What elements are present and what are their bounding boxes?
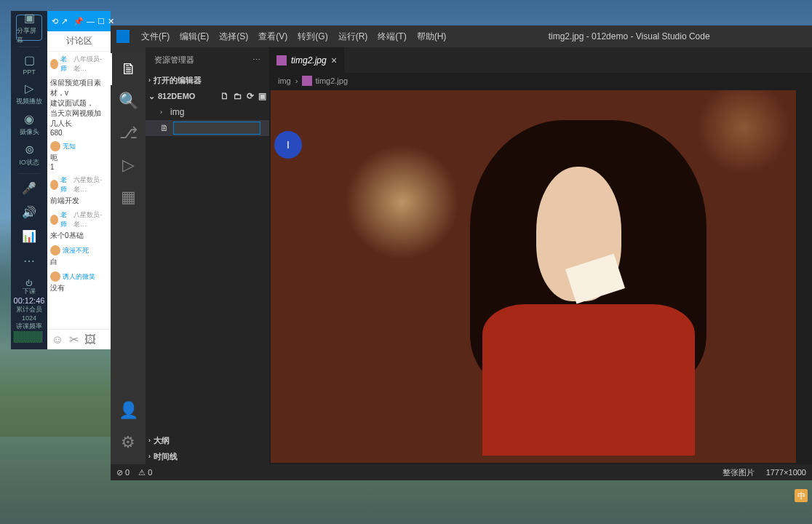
share-screen-button[interactable]: ▣ 分享屏幕 bbox=[16, 15, 42, 41]
editor-tabs: timg2.jpg × bbox=[269, 47, 812, 73]
debug-activity[interactable]: ▷ bbox=[111, 149, 146, 181]
chart-icon: 📊 bbox=[22, 229, 36, 243]
explorer-activity[interactable]: 🗎 bbox=[111, 53, 146, 85]
chat-message: 老师六星数员-老… 前端开发 bbox=[50, 175, 108, 206]
menu-file[interactable]: 文件(F) bbox=[137, 31, 174, 43]
breadcrumb-item[interactable]: timg2.jpg bbox=[302, 76, 348, 86]
account-activity[interactable]: 👤 bbox=[111, 394, 146, 426]
avatar bbox=[50, 59, 58, 69]
menu-select[interactable]: 选择(S) bbox=[215, 31, 252, 43]
vscode-logo-icon bbox=[116, 30, 130, 43]
camera-icon: ◉ bbox=[24, 112, 34, 126]
project-name: 812DEMO bbox=[158, 92, 195, 100]
vscode-titlebar[interactable]: 文件(F) 编辑(E) 选择(S) 查看(V) 转到(G) 运行(R) 终端(T… bbox=[111, 25, 812, 47]
play-icon: ▷ bbox=[25, 82, 33, 95]
share-icon: ▣ bbox=[24, 11, 35, 25]
class-end-button[interactable]: ⏻下课 bbox=[14, 279, 45, 296]
menu-run[interactable]: 运行(R) bbox=[334, 31, 373, 43]
search-activity[interactable]: 🔍 bbox=[111, 85, 146, 117]
elapsed-timer: 00:12:46 bbox=[14, 296, 45, 305]
menu-help[interactable]: 帮助(H) bbox=[413, 31, 451, 43]
refresh-icon[interactable]: ⟳ bbox=[247, 91, 254, 101]
chevron-right-icon: › bbox=[160, 108, 166, 116]
wave-label: 讲课频率 bbox=[14, 322, 45, 331]
timeline-section[interactable]: ›时间线 bbox=[146, 448, 269, 464]
popout-icon[interactable]: ↗ bbox=[61, 17, 68, 26]
menu-terminal[interactable]: 终端(T) bbox=[373, 31, 410, 43]
tab-label: timg2.jpg bbox=[291, 55, 327, 66]
dots-icon: ⋯ bbox=[23, 254, 35, 268]
status-image-size[interactable]: 1777×1000 bbox=[766, 468, 806, 477]
chevron-right-icon: › bbox=[148, 453, 151, 460]
ime-indicator[interactable]: 中 bbox=[795, 489, 808, 502]
io-button[interactable]: ⊚IO状态 bbox=[16, 143, 42, 167]
speaker-icon: 🔊 bbox=[22, 205, 36, 219]
vscode-window: 文件(F) 编辑(E) 选择(S) 查看(V) 转到(G) 运行(R) 终端(T… bbox=[111, 25, 812, 480]
avatar bbox=[50, 245, 60, 255]
chat-message: 老师八年级员-老… bbox=[50, 55, 108, 74]
maximize-button[interactable]: ☐ bbox=[97, 17, 105, 26]
snip-icon[interactable]: ✂ bbox=[69, 333, 79, 346]
project-header[interactable]: ⌄ 812DEMO 🗋 🗀 ⟳ ▣ bbox=[146, 88, 269, 104]
chat-input-toolbar: ☺ ✂ 🖼 bbox=[47, 329, 111, 349]
extensions-activity[interactable]: ▦ bbox=[111, 181, 146, 213]
chat-messages[interactable]: 老师八年级员-老… 保留预览项目素材，v 建议面试题， 当天京网视频加几人长 6… bbox=[47, 52, 111, 329]
explorer-title: 资源管理器 bbox=[154, 55, 194, 66]
pin-icon[interactable]: 📌 bbox=[73, 17, 84, 26]
brush-button[interactable]: 📊 bbox=[16, 228, 42, 246]
more-button[interactable]: ⋯ bbox=[16, 253, 42, 271]
chevron-right-icon: › bbox=[148, 437, 151, 444]
editor-tab[interactable]: timg2.jpg × bbox=[269, 47, 345, 73]
menu-view[interactable]: 查看(V) bbox=[254, 31, 292, 43]
chat-titlebar[interactable]: ⟲ ↗ 📌 — ☐ ✕ bbox=[47, 11, 111, 31]
image-file-icon bbox=[302, 76, 312, 86]
new-file-name-input[interactable] bbox=[173, 122, 260, 135]
breadcrumb-item[interactable]: img bbox=[278, 76, 291, 85]
explorer-more-icon[interactable]: ⋯ bbox=[252, 55, 260, 65]
status-errors[interactable]: ⊘ 0 bbox=[116, 468, 130, 477]
stat-value: 1024 bbox=[14, 314, 45, 322]
tree-new-file-input[interactable]: 🗎 bbox=[146, 120, 269, 136]
close-button[interactable]: ✕ bbox=[108, 17, 114, 26]
share-label: 分享屏幕 bbox=[17, 26, 41, 45]
open-editors-section[interactable]: ›打开的编辑器 bbox=[146, 72, 269, 88]
minimize-button[interactable]: — bbox=[87, 17, 95, 25]
new-folder-icon[interactable]: 🗀 bbox=[234, 91, 242, 101]
discuss-tab[interactable]: 讨论区 bbox=[66, 35, 92, 47]
meeting-sidebar: ▣ 分享屏幕 ▢PPT ▷视频播放 ◉摄像头 ⊚IO状态 🎤 🔊 📊 ⋯ ⏻下课… bbox=[11, 11, 47, 349]
avatar bbox=[50, 141, 60, 151]
chat-message: 保留预览项目素材，v 建议面试题， 当天京网视频加几人长 680 bbox=[50, 78, 108, 137]
chat-message: 老师八星数员-老… 来个0基础 bbox=[50, 210, 108, 241]
new-file-icon[interactable]: 🗋 bbox=[220, 91, 229, 101]
status-warnings[interactable]: ⚠ 0 bbox=[138, 468, 152, 477]
mic-button[interactable]: 🎤 bbox=[16, 179, 42, 197]
video-button[interactable]: ▷视频播放 bbox=[16, 82, 42, 106]
settings-activity[interactable]: ⚙ bbox=[111, 426, 146, 458]
window-title: timg2.jpg - 012demo - Visual Studio Code bbox=[452, 31, 806, 41]
volume-button[interactable]: 🔊 bbox=[16, 204, 42, 222]
outline-section[interactable]: ›大纲 bbox=[146, 432, 269, 448]
activity-bar: 🗎 🔍 ⎇ ▷ ▦ 👤 ⚙ bbox=[111, 47, 146, 464]
emoji-icon[interactable]: ☺ bbox=[52, 333, 63, 346]
collapse-icon[interactable]: ▣ bbox=[258, 91, 266, 101]
cursor-highlight: I bbox=[274, 131, 302, 159]
camera-button[interactable]: ◉摄像头 bbox=[16, 112, 42, 137]
avatar bbox=[50, 271, 60, 282]
image-preview[interactable] bbox=[269, 89, 812, 464]
menu-edit[interactable]: 编辑(E) bbox=[175, 31, 213, 43]
status-zoom-mode[interactable]: 整张图片 bbox=[723, 467, 755, 478]
ppt-button[interactable]: ▢PPT bbox=[16, 53, 42, 76]
audio-waveform bbox=[14, 331, 43, 343]
stat-label: 累计会员 bbox=[14, 305, 45, 314]
tab-close-icon[interactable]: × bbox=[331, 55, 337, 66]
tree-folder-img[interactable]: ›img bbox=[146, 104, 269, 120]
chat-message: 诱人的微笑 没有 bbox=[50, 271, 108, 293]
breadcrumb[interactable]: img › timg2.jpg bbox=[269, 73, 812, 89]
menu-goto[interactable]: 转到(G) bbox=[293, 31, 332, 43]
ppt-icon: ▢ bbox=[24, 53, 35, 67]
divider bbox=[18, 47, 40, 47]
image-icon[interactable]: 🖼 bbox=[84, 333, 96, 346]
scrollbar[interactable] bbox=[803, 89, 812, 464]
reload-icon[interactable]: ⟲ bbox=[52, 17, 58, 26]
scm-activity[interactable]: ⎇ bbox=[111, 117, 146, 149]
